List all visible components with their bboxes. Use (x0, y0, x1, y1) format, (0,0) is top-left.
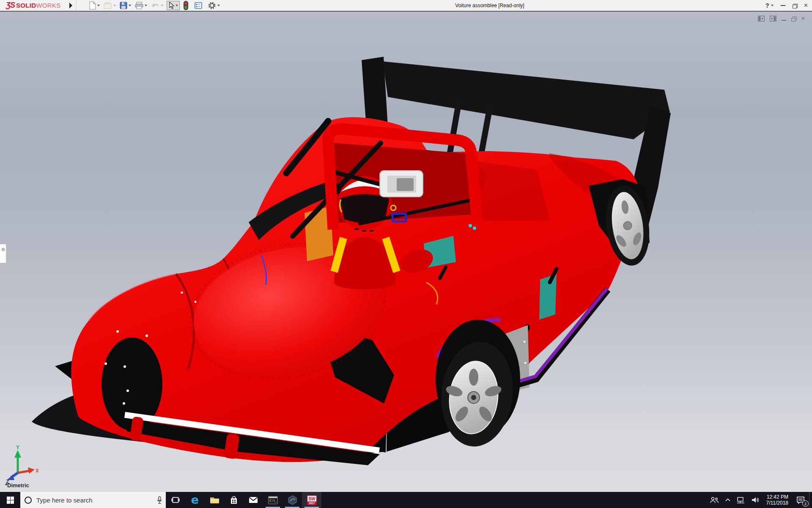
tray-time: 12:42 PM (766, 494, 789, 500)
hidden-icons-button[interactable] (722, 492, 734, 508)
solidworks-logo-mark: ƷS (6, 1, 15, 10)
print-dropdown-caret[interactable] (145, 5, 147, 6)
save-icon (120, 2, 127, 9)
undo-button[interactable] (151, 1, 164, 10)
dock-pane-right-icon[interactable] (770, 16, 776, 22)
taskbar-store-button[interactable] (224, 492, 244, 508)
action-center-button[interactable]: 2 (792, 492, 809, 508)
undo-dropdown-caret (161, 5, 163, 6)
volume-icon (751, 497, 760, 503)
minimize-button[interactable] (781, 5, 785, 6)
select-dropdown-caret[interactable] (176, 5, 178, 6)
print-button[interactable] (134, 1, 148, 10)
orientation-triad: Y X Z (3, 445, 40, 484)
menu-flyout-arrow[interactable] (69, 3, 72, 8)
save-button[interactable] (119, 1, 132, 10)
toolbar-separator (76, 0, 77, 11)
taskbar-mail-button[interactable] (244, 492, 263, 508)
svg-text:C:\_: C:\_ (269, 499, 277, 502)
side-vent-teal (539, 274, 557, 320)
taskbar-command-prompt-button[interactable]: C:\_ (263, 492, 283, 508)
store-icon (230, 496, 238, 505)
document-title: Voiture assomblee [Read-only] (455, 3, 524, 8)
cortana-icon (25, 497, 32, 504)
windows-taskbar: e C:\_ SW2017 12:42 PM7/11/2018 (0, 492, 812, 508)
restore-button[interactable] (793, 4, 797, 8)
options-gear-icon (208, 1, 216, 10)
command-prompt-icon: C:\_ (268, 496, 278, 504)
feature-panel-tab[interactable] (0, 244, 6, 263)
taskbar-edrawings-button[interactable] (283, 492, 302, 508)
new-document-button[interactable] (89, 1, 100, 10)
help-button[interactable]: ? (765, 2, 774, 9)
open-button[interactable] (103, 1, 116, 10)
notification-badge: 2 (802, 500, 809, 507)
solidworks-logo: ƷS SOLID WORKS (6, 1, 61, 10)
solidworks-2017-icon: SW2017 (307, 495, 317, 505)
taskbar-solidworks-button[interactable]: SW2017 (302, 492, 321, 508)
open-icon (104, 2, 112, 9)
close-button[interactable]: × (804, 3, 808, 8)
microphone-icon[interactable] (156, 496, 162, 504)
undo-icon (151, 2, 159, 9)
rebuild-button[interactable] (183, 1, 189, 10)
doc-minimize-button[interactable] (782, 20, 786, 21)
open-dropdown-caret (113, 5, 116, 6)
edrawings-hexagon-icon (288, 495, 297, 505)
volume-button[interactable] (748, 492, 763, 508)
people-icon (710, 497, 719, 504)
save-dropdown-caret[interactable] (129, 5, 131, 6)
svg-text:2017: 2017 (309, 502, 315, 505)
doc-close-button[interactable]: × (801, 15, 805, 22)
taskbar-file-explorer-button[interactable] (205, 492, 224, 508)
help-dropdown-caret[interactable] (771, 5, 774, 6)
app-window-controls: ? × (765, 0, 808, 11)
people-button[interactable] (707, 492, 722, 508)
print-icon (135, 2, 143, 9)
rebuild-traffic-light-icon (184, 1, 188, 10)
panel-tab-handle (2, 248, 5, 251)
options-button[interactable] (207, 1, 220, 10)
select-cursor-icon (168, 2, 174, 9)
file-explorer-icon (210, 496, 219, 504)
system-tray: 12:42 PM7/11/2018 2 (707, 492, 812, 508)
dock-pane-left-icon[interactable] (758, 16, 765, 22)
display-pane-button[interactable] (194, 1, 203, 10)
taskbar-edge-button[interactable]: e (185, 492, 205, 508)
network-button[interactable] (734, 492, 748, 508)
race-car-model[interactable] (0, 11, 812, 492)
rear-view-mirror (380, 171, 423, 197)
start-button[interactable] (0, 492, 20, 508)
tray-date: 7/11/2018 (766, 500, 789, 506)
new-document-icon (89, 1, 96, 10)
show-desktop-button[interactable] (809, 492, 812, 508)
mail-icon (249, 497, 258, 503)
edge-icon: e (191, 494, 199, 506)
triad-y-label: Y (16, 445, 19, 450)
quick-access-toolbar (89, 1, 223, 10)
display-pane-icon (195, 2, 202, 9)
taskbar-search[interactable] (20, 492, 166, 508)
network-icon (737, 497, 745, 504)
chevron-up-icon (725, 498, 731, 502)
windows-logo-icon (7, 497, 14, 504)
document-window-controls: × (758, 15, 805, 22)
taskbar-clock[interactable]: 12:42 PM7/11/2018 (763, 492, 793, 508)
triad-x-label: X (36, 468, 39, 474)
title-bar: ƷS SOLID WORKS (0, 0, 812, 11)
doc-restore-button[interactable] (791, 17, 796, 21)
svg-text:SW: SW (308, 497, 315, 501)
search-input[interactable] (36, 497, 142, 504)
options-dropdown-caret[interactable] (217, 5, 220, 6)
graphics-viewport[interactable]: × Y X Z *Dimetric (0, 11, 812, 492)
task-view-icon (171, 496, 180, 504)
view-orientation-label: *Dimetric (5, 482, 29, 489)
new-dropdown-caret[interactable] (97, 5, 100, 6)
task-view-button[interactable] (166, 492, 185, 508)
select-tool-button[interactable] (167, 1, 180, 10)
